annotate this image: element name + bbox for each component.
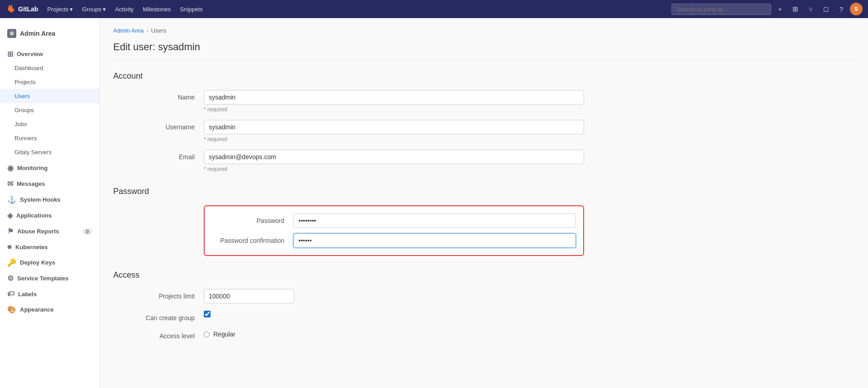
admin-area-label: ⚙ Admin Area — [0, 25, 99, 45]
breadcrumb-current: Users — [151, 27, 167, 34]
access-level-label: Access level — [113, 329, 204, 340]
password-confirmation-input[interactable] — [293, 233, 576, 248]
snippets-link[interactable]: Snippets — [176, 4, 206, 14]
email-row: Email * required — [113, 150, 854, 172]
access-level-regular-radio[interactable] — [204, 331, 210, 337]
issues-icon[interactable]: ◻ — [819, 2, 833, 16]
labels-icon: 🏷 — [7, 290, 14, 298]
account-section-title: Account — [113, 71, 854, 81]
can-create-group-checkbox-row — [204, 311, 854, 317]
sidebar-item-runners[interactable]: Runners — [0, 131, 99, 145]
name-label: Name — [113, 90, 204, 101]
chevron-down-icon: ▾ — [103, 6, 106, 13]
access-level-row: Access level Regular — [113, 329, 854, 340]
user-avatar[interactable]: S — [850, 3, 863, 15]
applications-icon: ◈ — [7, 211, 13, 220]
projects-menu[interactable]: Projects ▾ — [43, 4, 77, 14]
name-row: Name * required — [113, 90, 854, 113]
password-section-box: Password Password confirmation — [204, 205, 584, 256]
name-input[interactable] — [204, 90, 584, 104]
service-templates-icon: ⚙ — [7, 274, 14, 283]
email-input[interactable] — [204, 150, 584, 164]
breadcrumb-separator: › — [146, 27, 148, 34]
admin-icon: ⚙ — [7, 29, 16, 38]
abuse-reports-icon: ⚑ — [7, 227, 14, 236]
sidebar-item-users[interactable]: Users — [0, 89, 99, 103]
deploy-keys-icon: 🔑 — [7, 258, 16, 267]
sidebar-section-abuse-reports[interactable]: ⚑ Abuse Reports 0 — [0, 222, 99, 238]
access-level-radio-row: Regular — [204, 331, 854, 338]
chevron-down-icon: ▾ — [70, 6, 73, 13]
sidebar-item-gitaly-servers[interactable]: Gitaly Servers — [0, 145, 99, 159]
appearance-icon: 🎨 — [7, 305, 16, 314]
activity-link[interactable]: Activity — [111, 4, 137, 14]
sidebar-section-service-templates[interactable]: ⚙ Service Templates — [0, 270, 99, 285]
abuse-reports-badge: 0 — [83, 228, 92, 235]
password-row: Password — [212, 213, 576, 228]
plus-icon[interactable]: ＋ — [773, 2, 786, 16]
sidebar-item-projects[interactable]: Projects — [0, 75, 99, 89]
can-create-group-field — [204, 311, 854, 317]
messages-icon: ✉ — [7, 180, 13, 188]
merge-request-icon[interactable]: ⑂ — [804, 2, 817, 16]
username-input[interactable] — [204, 120, 584, 134]
sidebar-item-dashboard[interactable]: Dashboard — [0, 61, 99, 75]
milestones-link[interactable]: Milestones — [139, 4, 174, 14]
password-field — [293, 213, 576, 228]
username-row: Username * required — [113, 120, 854, 142]
access-level-regular-label: Regular — [213, 331, 235, 338]
gitlab-label: GitLab — [18, 5, 38, 13]
password-section: Password Password Password confirmation — [113, 187, 854, 256]
sidebar-section-labels[interactable]: 🏷 Labels — [0, 285, 99, 301]
sidebar-section-messages[interactable]: ✉ Messages — [0, 175, 99, 191]
sidebar-section-overview[interactable]: ⊞ Overview — [0, 45, 99, 61]
breadcrumb-parent[interactable]: Admin Area — [113, 27, 144, 34]
sidebar-section-system-hooks[interactable]: ⚓ System Hooks — [0, 191, 99, 207]
sidebar-item-jobs[interactable]: Jobs — [0, 117, 99, 131]
can-create-group-label: Can create group — [113, 311, 204, 322]
sidebar-section-appearance[interactable]: 🎨 Appearance — [0, 301, 99, 317]
password-section-title: Password — [113, 187, 854, 196]
admin-sidebar: ⚙ Admin Area ⊞ Overview Dashboard Projec… — [0, 18, 100, 388]
sidebar-section-applications[interactable]: ◈ Applications — [0, 207, 99, 222]
access-level-field: Regular — [204, 329, 854, 338]
projects-limit-label: Projects limit — [113, 289, 204, 300]
username-label: Username — [113, 120, 204, 131]
password-confirmation-row: Password confirmation — [212, 233, 576, 248]
access-section-title: Access — [113, 270, 854, 280]
account-section: Account Name * required Username * requi… — [113, 71, 854, 172]
top-navigation: GitLab Projects ▾ Groups ▾ Activity Mile… — [0, 0, 868, 18]
projects-limit-input[interactable] — [204, 289, 294, 303]
password-fields-inner: Password Password confirmation — [212, 213, 576, 248]
kubernetes-icon: ⎈ — [7, 243, 12, 251]
sidebar-section-deploy-keys[interactable]: 🔑 Deploy Keys — [0, 254, 99, 270]
breadcrumb: Admin Area › Users — [113, 27, 854, 34]
email-required: * required — [204, 166, 854, 172]
name-field: * required — [204, 90, 854, 113]
password-confirmation-label: Password confirmation — [212, 233, 293, 244]
sidebar-item-groups[interactable]: Groups — [0, 103, 99, 117]
groups-menu[interactable]: Groups ▾ — [78, 4, 110, 14]
projects-limit-row: Projects limit — [113, 289, 854, 303]
help-icon[interactable]: ? — [834, 2, 848, 16]
access-section: Access Projects limit Can create group — [113, 270, 854, 340]
gitlab-logo[interactable]: GitLab — [5, 4, 38, 14]
can-create-group-checkbox[interactable] — [204, 311, 211, 317]
layout-icon[interactable]: ⊞ — [788, 2, 802, 16]
page-title: Edit user: sysadmin — [113, 41, 854, 61]
global-search-input[interactable] — [671, 4, 771, 15]
hooks-icon: ⚓ — [7, 195, 16, 204]
name-required: * required — [204, 106, 854, 113]
password-input[interactable] — [293, 213, 576, 228]
password-label: Password — [212, 213, 293, 224]
username-required: * required — [204, 136, 854, 142]
main-content: Admin Area › Users Edit user: sysadmin A… — [100, 18, 868, 388]
email-field: * required — [204, 150, 854, 172]
monitoring-icon: ◉ — [7, 164, 14, 172]
projects-limit-field — [204, 289, 854, 303]
sidebar-section-kubernetes[interactable]: ⎈ Kubernetes — [0, 238, 99, 254]
sidebar-section-monitoring[interactable]: ◉ Monitoring — [0, 159, 99, 175]
password-confirmation-field — [293, 233, 576, 248]
can-create-group-row: Can create group — [113, 311, 854, 322]
email-label: Email — [113, 150, 204, 161]
